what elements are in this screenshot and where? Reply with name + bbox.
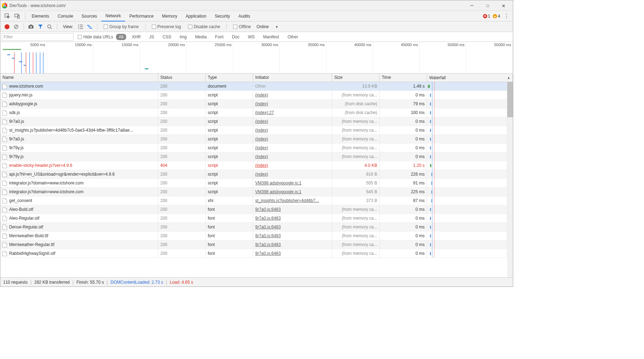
tab-audits[interactable]: Audits xyxy=(234,11,254,21)
request-row[interactable]: adsbygoogle.js200script(index)(from disk… xyxy=(0,100,507,108)
request-initiator[interactable]: (index) xyxy=(255,119,268,124)
request-row[interactable]: Dense-Regular.otf200font9r7a0.js:6483(fr… xyxy=(0,223,507,232)
request-row[interactable]: Aleo-Bold.otf200font9r7a0.js:6483(from m… xyxy=(0,205,507,214)
request-row[interactable]: enable-sticky-header.js?ver=4.9.6404scri… xyxy=(0,161,507,170)
svg-point-7 xyxy=(30,26,32,28)
capture-screenshot-icon[interactable] xyxy=(27,23,35,31)
request-initiator[interactable]: (index) xyxy=(255,128,268,133)
request-initiator[interactable]: VM398 adsbygoogle.js:1 xyxy=(255,189,301,194)
request-row[interactable]: 9r79y.js200script(index)(from memory ca.… xyxy=(0,152,507,161)
request-row[interactable]: 9r7a0.js200script(index)(from memory ca.… xyxy=(0,135,507,144)
timeline-tick: 10000 ms xyxy=(75,43,92,47)
tab-sources[interactable]: Sources xyxy=(77,11,101,21)
request-initiator[interactable]: 9r7a0.js:6483 xyxy=(255,216,281,221)
request-row[interactable]: 9r7a0.js200script(index)(from memory ca.… xyxy=(0,117,507,126)
group-by-frame-checkbox[interactable]: Group by frame xyxy=(104,24,139,29)
tab-network[interactable]: Network xyxy=(101,11,125,21)
minimize-button[interactable]: ─ xyxy=(464,0,480,11)
request-initiator[interactable]: st_insights.js?publisher=4d48b7... xyxy=(255,198,319,203)
request-row[interactable]: sdk.js200script(index):27(from disk cach… xyxy=(0,108,507,117)
tab-performance[interactable]: Performance xyxy=(125,11,158,21)
tab-memory[interactable]: Memory xyxy=(158,11,181,21)
svg-rect-6 xyxy=(30,25,32,26)
throttle-select[interactable]: Online▼ xyxy=(257,24,279,29)
request-initiator[interactable]: VM398 adsbygoogle.js:1 xyxy=(255,181,301,185)
request-initiator[interactable]: (index):27 xyxy=(255,110,274,115)
request-row[interactable]: get_consent200xhrst_insights.js?publishe… xyxy=(0,196,507,205)
waterfall-overview-icon[interactable] xyxy=(86,23,94,31)
request-initiator[interactable]: (index) xyxy=(255,101,268,106)
hide-data-urls-checkbox[interactable]: Hide data URLs xyxy=(78,34,113,39)
filter-type-js[interactable]: JS xyxy=(146,34,157,40)
record-button[interactable] xyxy=(3,23,11,31)
maximize-button[interactable]: ☐ xyxy=(480,0,496,11)
disable-cache-checkbox[interactable]: Disable cache xyxy=(188,24,220,29)
tab-application[interactable]: Application xyxy=(181,11,211,21)
column-size[interactable]: Size xyxy=(332,74,380,82)
request-row[interactable]: Merriweather-Regular.ttf200font9r7a0.js:… xyxy=(0,240,507,249)
request-initiator[interactable]: 9r7a0.js:6483 xyxy=(255,251,281,256)
request-waterfall xyxy=(427,161,507,170)
device-toolbar-icon[interactable] xyxy=(13,12,21,20)
request-row[interactable]: www.ictshore.com200documentOther13.9 KB1… xyxy=(0,82,507,91)
request-row[interactable]: Aleo-Regular.otf200font9r7a0.js:6483(fro… xyxy=(0,214,507,223)
clear-button[interactable] xyxy=(12,23,20,31)
inspect-element-icon[interactable] xyxy=(3,12,12,20)
column-type[interactable]: Type xyxy=(206,74,253,82)
request-row[interactable]: integrator.js?domain=www.ictshore.com200… xyxy=(0,179,507,188)
column-time[interactable]: Time xyxy=(380,74,427,82)
filter-type-all[interactable]: All xyxy=(116,34,126,40)
tab-console[interactable]: Console xyxy=(53,11,77,21)
more-menu-icon[interactable]: ⋮ xyxy=(503,13,510,19)
request-initiator[interactable]: (index) xyxy=(255,145,268,150)
filter-type-manifest[interactable]: Manifest xyxy=(260,34,282,40)
request-initiator[interactable]: (index) xyxy=(255,93,268,97)
request-initiator[interactable]: (index) xyxy=(255,137,268,141)
request-row[interactable]: jquery.min.js200script(index)(from memor… xyxy=(0,91,507,100)
request-row[interactable]: 9r79y.js200script(index)(from memory ca.… xyxy=(0,144,507,152)
filter-type-font[interactable]: Font xyxy=(212,34,226,40)
column-waterfall[interactable]: Waterfall▲ xyxy=(427,74,513,82)
request-type: script xyxy=(206,170,253,178)
file-icon xyxy=(2,119,7,124)
filter-type-css[interactable]: CSS xyxy=(160,34,174,40)
request-initiator[interactable]: (index) xyxy=(255,154,268,159)
filter-type-other[interactable]: Other xyxy=(285,34,301,40)
request-initiator[interactable]: (index) xyxy=(255,172,268,177)
request-initiator[interactable]: (index) xyxy=(255,163,268,168)
column-status[interactable]: Status xyxy=(158,74,206,82)
request-initiator[interactable]: 9r7a0.js:6483 xyxy=(255,233,281,238)
close-button[interactable]: ✕ xyxy=(496,0,511,11)
request-row[interactable]: integrator.js?domain=www.ictshore.com200… xyxy=(0,188,507,196)
request-row[interactable]: api.js?hl=en_US&onload=sgr&render=explic… xyxy=(0,170,507,179)
filter-icon[interactable] xyxy=(37,23,44,31)
scrollbar[interactable] xyxy=(507,82,513,277)
filter-type-xhr[interactable]: XHR xyxy=(129,34,143,40)
status-transferred: 282 KB transferred xyxy=(34,280,70,285)
request-initiator[interactable]: 9r7a0.js:6483 xyxy=(255,207,281,212)
request-initiator[interactable]: 9r7a0.js:6483 xyxy=(255,242,281,247)
timeline-overview[interactable]: 5000 ms10000 ms15000 ms20000 ms25000 ms3… xyxy=(0,42,513,74)
error-count-badge[interactable]: ✕1 xyxy=(483,14,490,19)
column-initiator[interactable]: Initiator xyxy=(253,74,332,82)
offline-checkbox[interactable]: Offline xyxy=(233,24,251,29)
request-row[interactable]: Merriweather-Bold.ttf200font9r7a0.js:648… xyxy=(0,232,507,240)
tab-elements[interactable]: Elements xyxy=(27,11,53,21)
search-icon[interactable] xyxy=(46,23,53,31)
filter-type-media[interactable]: Media xyxy=(192,34,210,40)
table-body[interactable]: www.ictshore.com200documentOther13.9 KB1… xyxy=(0,82,507,277)
column-name[interactable]: Name xyxy=(0,74,158,82)
filter-type-img[interactable]: Img xyxy=(177,34,189,40)
request-row[interactable]: RabbidHighwaySignII.otf200font9r7a0.js:6… xyxy=(0,249,507,258)
preserve-log-checkbox[interactable]: Preserve log xyxy=(152,24,181,29)
filter-input[interactable]: Filter xyxy=(2,33,73,41)
request-status: 200 xyxy=(158,126,206,134)
warning-count-badge[interactable]: ▲4 xyxy=(493,14,500,19)
large-rows-icon[interactable] xyxy=(77,23,84,31)
filter-type-ws[interactable]: WS xyxy=(245,34,257,40)
request-initiator[interactable]: 9r7a0.js:6483 xyxy=(255,225,281,229)
filter-type-doc[interactable]: Doc xyxy=(229,34,242,40)
tab-security[interactable]: Security xyxy=(211,11,234,21)
request-row[interactable]: st_insights.js?publisher=4d48b7c5-0ae3-4… xyxy=(0,126,507,135)
request-name: RabbidHighwaySignII.otf xyxy=(9,251,55,256)
